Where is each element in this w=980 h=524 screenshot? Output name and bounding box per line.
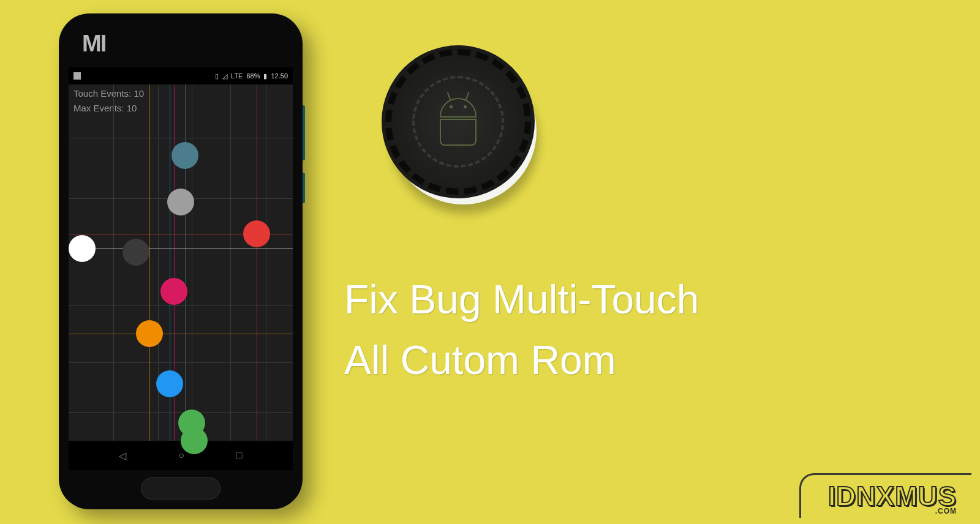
signal-label: LTE bbox=[231, 72, 243, 80]
touch-point-gray-light bbox=[167, 189, 194, 215]
touch-point-white bbox=[69, 235, 96, 262]
phone-volume-button bbox=[303, 105, 305, 160]
battery-percent: 68% bbox=[246, 72, 260, 80]
touch-point-teal bbox=[172, 142, 198, 169]
phone-screen: ▯ ◿ LTE 68% ▮ 12.50 Touch Events: 10 Max… bbox=[69, 67, 293, 470]
phone-home-button[interactable] bbox=[141, 477, 221, 500]
nav-back-icon[interactable]: ◁ bbox=[119, 450, 126, 462]
nav-recents-icon[interactable]: □ bbox=[236, 450, 243, 461]
battery-icon: ▮ bbox=[263, 72, 267, 80]
signal-icon: ◿ bbox=[222, 72, 227, 80]
title-line-2: All Cutom Rom bbox=[344, 330, 699, 391]
touch-point-orange bbox=[136, 320, 163, 347]
clock: 12.50 bbox=[271, 72, 288, 80]
site-watermark: IDNXMUS .COM bbox=[799, 473, 971, 518]
phone-power-button bbox=[303, 173, 305, 203]
vibrate-icon: ▯ bbox=[215, 72, 219, 80]
android-nav-bar: ◁ ○ □ bbox=[69, 441, 293, 470]
phone-brand-logo: MI bbox=[82, 31, 105, 57]
max-events-label: Max Events: 10 bbox=[74, 103, 137, 113]
touch-test-area[interactable]: Touch Events: 10 Max Events: 10 bbox=[69, 84, 293, 441]
nav-home-icon[interactable]: ○ bbox=[178, 450, 184, 461]
touch-point-pink bbox=[160, 278, 187, 305]
touch-point-green2 bbox=[181, 427, 208, 454]
touch-point-blue bbox=[156, 370, 183, 397]
android-robot-icon bbox=[440, 98, 477, 118]
status-bar: ▯ ◿ LTE 68% ▮ 12.50 bbox=[69, 67, 293, 84]
android-oreo-icon bbox=[380, 45, 539, 204]
main-title: Fix Bug Multi-Touch All Cutom Rom bbox=[344, 269, 699, 391]
title-line-1: Fix Bug Multi-Touch bbox=[344, 269, 699, 330]
touch-point-gray-dark bbox=[123, 239, 149, 266]
phone-mockup: MI ▯ ◿ LTE 68% ▮ 12.50 Touch Events: 10 … bbox=[59, 13, 303, 509]
touch-events-label: Touch Events: 10 bbox=[74, 88, 144, 99]
notification-icon bbox=[74, 72, 81, 80]
touch-point-red bbox=[243, 220, 270, 247]
